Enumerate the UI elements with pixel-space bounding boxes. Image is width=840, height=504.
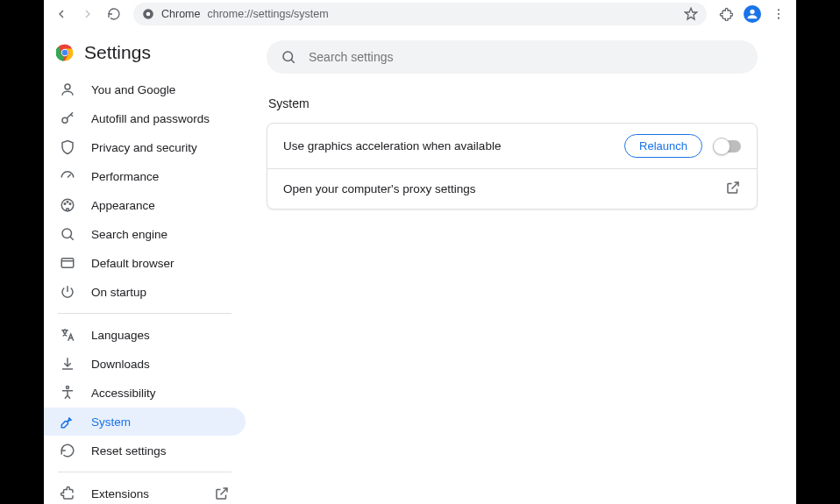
- svg-point-8: [65, 84, 70, 89]
- sidebar-item-privacy[interactable]: Privacy and security: [44, 133, 246, 161]
- row-gpu-acceleration: Use graphics acceleration when available…: [267, 124, 757, 168]
- power-icon: [60, 284, 75, 300]
- sidebar-item-performance[interactable]: Performance: [44, 162, 246, 190]
- settings-card: Use graphics acceleration when available…: [267, 123, 758, 209]
- svg-point-7: [62, 50, 68, 56]
- address-bar[interactable]: Chrome chrome://settings/system: [133, 3, 707, 25]
- search-settings-bar[interactable]: [267, 40, 758, 74]
- svg-point-1: [146, 11, 151, 16]
- browser-window: Chrome chrome://settings/system: [44, 0, 796, 504]
- avatar-icon: [744, 5, 761, 23]
- sidebar-item-downloads[interactable]: Downloads: [44, 350, 246, 378]
- row-label: Use graphics acceleration when available: [283, 139, 612, 153]
- sidebar-item-label: You and Google: [91, 83, 175, 96]
- svg-point-2: [778, 9, 779, 11]
- sidebar-item-label: Downloads: [91, 358, 150, 371]
- section-title: System: [268, 96, 775, 110]
- back-button[interactable]: [49, 2, 74, 26]
- sidebar-item-default-browser[interactable]: Default browser: [44, 249, 246, 277]
- sidebar-item-system[interactable]: System: [44, 408, 246, 436]
- download-icon: [60, 356, 75, 372]
- profile-button[interactable]: [740, 2, 765, 26]
- svg-point-3: [778, 12, 779, 14]
- sidebar-item-autofill[interactable]: Autofill and passwords: [44, 104, 246, 132]
- chrome-icon: [142, 8, 154, 20]
- main-content: System Use graphics acceleration when av…: [246, 28, 796, 504]
- gpu-accel-toggle[interactable]: [715, 140, 741, 153]
- relaunch-button[interactable]: Relaunch: [624, 134, 702, 158]
- open-external-icon: [214, 486, 230, 501]
- settings-sidebar: Settings You and GoogleAutofill and pass…: [44, 28, 246, 504]
- svg-point-19: [283, 52, 293, 61]
- open-external-icon: [725, 180, 741, 198]
- sidebar-item-label: On startup: [91, 286, 146, 299]
- sidebar-item-languages[interactable]: Languages: [44, 321, 246, 349]
- sidebar-item-label: Appearance: [91, 199, 155, 212]
- sidebar-item-you-and-google[interactable]: You and Google: [44, 75, 246, 103]
- sidebar-item-label: Accessibility: [91, 387, 156, 400]
- sidebar-header: Settings: [44, 37, 246, 75]
- sidebar-item-extensions[interactable]: Extensions: [44, 479, 246, 504]
- nav-divider: [58, 472, 231, 472]
- sidebar-item-label: System: [91, 415, 131, 429]
- svg-point-11: [64, 203, 66, 205]
- forward-button[interactable]: [75, 2, 100, 26]
- extensions-button[interactable]: [714, 2, 738, 26]
- svg-point-16: [67, 387, 69, 389]
- search-input[interactable]: [309, 50, 744, 64]
- sidebar-item-label: Extensions: [91, 487, 149, 500]
- svg-point-9: [62, 117, 68, 123]
- sidebar-item-label: Performance: [91, 170, 159, 183]
- sidebar-item-search-engine[interactable]: Search engine: [44, 220, 246, 248]
- sidebar-item-accessibility[interactable]: Accessibility: [44, 379, 246, 407]
- sidebar-item-label: Search engine: [91, 228, 167, 241]
- chrome-logo-icon: [56, 44, 74, 61]
- sidebar-item-label: Reset settings: [91, 444, 167, 458]
- key-icon: [60, 110, 75, 126]
- svg-point-12: [67, 202, 68, 203]
- kebab-menu-button[interactable]: [766, 2, 791, 26]
- omnibox-app-label: Chrome: [161, 8, 200, 20]
- reload-button[interactable]: [102, 2, 126, 26]
- sidebar-item-label: Languages: [91, 329, 150, 342]
- wrench-icon: [60, 414, 75, 429]
- sidebar-item-label: Privacy and security: [91, 141, 197, 154]
- sidebar-item-appearance[interactable]: Appearance: [44, 191, 246, 219]
- accessibility-icon: [60, 385, 75, 401]
- search-icon: [281, 49, 296, 65]
- search-icon: [60, 226, 75, 242]
- sidebar-item-label: Autofill and passwords: [91, 112, 210, 125]
- row-proxy-settings[interactable]: Open your computer's proxy settings: [267, 168, 757, 209]
- svg-rect-15: [61, 259, 74, 268]
- svg-point-13: [69, 203, 71, 205]
- sidebar-item-on-startup[interactable]: On startup: [44, 278, 246, 306]
- person-icon: [60, 82, 75, 97]
- page-title: Settings: [84, 42, 151, 63]
- reset-icon: [60, 443, 75, 458]
- browser-toolbar: Chrome chrome://settings/system: [44, 0, 796, 28]
- sidebar-item-reset[interactable]: Reset settings: [44, 437, 246, 465]
- window-icon: [60, 255, 75, 271]
- paint-icon: [60, 197, 75, 213]
- omnibox-url: chrome://settings/system: [207, 8, 328, 20]
- svg-point-14: [62, 229, 72, 238]
- speedometer-icon: [60, 168, 75, 184]
- shield-icon: [60, 139, 75, 155]
- sidebar-item-label: Default browser: [91, 257, 174, 270]
- svg-point-4: [778, 17, 779, 18]
- puzzle-icon: [60, 486, 75, 501]
- row-label: Open your computer's proxy settings: [283, 182, 713, 195]
- bookmark-star-icon[interactable]: [684, 7, 698, 21]
- translate-icon: [60, 327, 75, 343]
- nav-divider: [58, 313, 231, 314]
